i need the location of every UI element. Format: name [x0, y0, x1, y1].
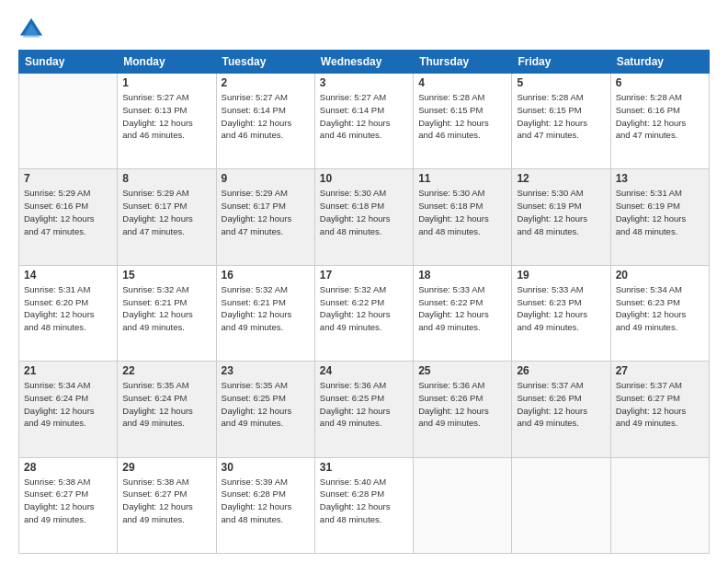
- day-info: Sunrise: 5:32 AM Sunset: 6:21 PM Dayligh…: [222, 283, 310, 334]
- day-cell: 2Sunrise: 5:27 AM Sunset: 6:14 PM Daylig…: [216, 74, 314, 169]
- day-cell: 15Sunrise: 5:32 AM Sunset: 6:21 PM Dayli…: [118, 265, 216, 361]
- day-cell: 31Sunrise: 5:40 AM Sunset: 6:28 PM Dayli…: [314, 457, 413, 553]
- day-number: 23: [222, 364, 310, 377]
- day-info: Sunrise: 5:38 AM Sunset: 6:27 PM Dayligh…: [122, 476, 210, 526]
- day-number: 21: [24, 364, 112, 377]
- week-row-2: 14Sunrise: 5:31 AM Sunset: 6:20 PM Dayli…: [19, 265, 710, 361]
- day-info: Sunrise: 5:38 AM Sunset: 6:27 PM Dayligh…: [24, 476, 112, 526]
- day-cell: 20Sunrise: 5:34 AM Sunset: 6:23 PM Dayli…: [610, 265, 709, 361]
- header-cell-monday: Monday: [118, 51, 216, 74]
- week-row-4: 28Sunrise: 5:38 AM Sunset: 6:27 PM Dayli…: [19, 457, 710, 553]
- day-cell: 10Sunrise: 5:30 AM Sunset: 6:18 PM Dayli…: [314, 169, 413, 265]
- day-cell: [512, 457, 610, 553]
- day-number: 2: [222, 76, 310, 89]
- week-row-1: 7Sunrise: 5:29 AM Sunset: 6:16 PM Daylig…: [19, 169, 710, 265]
- day-cell: 27Sunrise: 5:37 AM Sunset: 6:27 PM Dayli…: [610, 362, 709, 457]
- calendar-table: SundayMondayTuesdayWednesdayThursdayFrid…: [18, 50, 710, 554]
- day-info: Sunrise: 5:33 AM Sunset: 6:23 PM Dayligh…: [517, 283, 605, 334]
- header-row: SundayMondayTuesdayWednesdayThursdayFrid…: [19, 51, 710, 74]
- day-number: 14: [24, 269, 112, 282]
- day-number: 28: [24, 461, 112, 474]
- day-cell: 22Sunrise: 5:35 AM Sunset: 6:24 PM Dayli…: [118, 362, 216, 457]
- day-info: Sunrise: 5:27 AM Sunset: 6:14 PM Dayligh…: [222, 91, 310, 142]
- day-cell: 16Sunrise: 5:32 AM Sunset: 6:21 PM Dayli…: [216, 265, 314, 361]
- day-info: Sunrise: 5:29 AM Sunset: 6:17 PM Dayligh…: [122, 187, 210, 237]
- day-cell: 21Sunrise: 5:34 AM Sunset: 6:24 PM Dayli…: [19, 362, 118, 457]
- day-info: Sunrise: 5:28 AM Sunset: 6:15 PM Dayligh…: [517, 91, 605, 142]
- page: SundayMondayTuesdayWednesdayThursdayFrid…: [0, 0, 728, 563]
- day-cell: 14Sunrise: 5:31 AM Sunset: 6:20 PM Dayli…: [19, 265, 118, 361]
- day-cell: 1Sunrise: 5:27 AM Sunset: 6:13 PM Daylig…: [118, 74, 216, 169]
- logo: [18, 17, 48, 42]
- header-cell-sunday: Sunday: [19, 51, 118, 74]
- day-cell: 18Sunrise: 5:33 AM Sunset: 6:22 PM Dayli…: [414, 265, 512, 361]
- day-number: 31: [320, 461, 408, 474]
- day-cell: 7Sunrise: 5:29 AM Sunset: 6:16 PM Daylig…: [19, 169, 118, 265]
- day-info: Sunrise: 5:36 AM Sunset: 6:26 PM Dayligh…: [418, 379, 506, 430]
- day-number: 30: [222, 461, 310, 474]
- day-number: 9: [222, 172, 310, 185]
- day-info: Sunrise: 5:34 AM Sunset: 6:24 PM Dayligh…: [24, 379, 112, 430]
- day-number: 20: [616, 269, 704, 282]
- header-cell-wednesday: Wednesday: [314, 51, 413, 74]
- day-cell: 5Sunrise: 5:28 AM Sunset: 6:15 PM Daylig…: [512, 74, 610, 169]
- day-cell: [610, 457, 709, 553]
- day-info: Sunrise: 5:39 AM Sunset: 6:28 PM Dayligh…: [222, 476, 310, 526]
- day-number: 18: [418, 269, 506, 282]
- day-cell: 24Sunrise: 5:36 AM Sunset: 6:25 PM Dayli…: [314, 362, 413, 457]
- day-info: Sunrise: 5:27 AM Sunset: 6:14 PM Dayligh…: [320, 91, 408, 142]
- day-number: 16: [222, 269, 310, 282]
- day-cell: [19, 74, 118, 169]
- day-number: 8: [122, 172, 210, 185]
- day-cell: 19Sunrise: 5:33 AM Sunset: 6:23 PM Dayli…: [512, 265, 610, 361]
- day-info: Sunrise: 5:31 AM Sunset: 6:19 PM Dayligh…: [616, 187, 704, 237]
- day-number: 24: [320, 364, 408, 377]
- day-cell: 11Sunrise: 5:30 AM Sunset: 6:18 PM Dayli…: [414, 169, 512, 265]
- day-number: 3: [320, 76, 408, 89]
- day-info: Sunrise: 5:33 AM Sunset: 6:22 PM Dayligh…: [418, 283, 506, 334]
- header-cell-tuesday: Tuesday: [216, 51, 314, 74]
- day-info: Sunrise: 5:29 AM Sunset: 6:16 PM Dayligh…: [24, 187, 112, 237]
- day-cell: 13Sunrise: 5:31 AM Sunset: 6:19 PM Dayli…: [610, 169, 709, 265]
- week-row-0: 1Sunrise: 5:27 AM Sunset: 6:13 PM Daylig…: [19, 74, 710, 169]
- day-cell: 3Sunrise: 5:27 AM Sunset: 6:14 PM Daylig…: [314, 74, 413, 169]
- day-info: Sunrise: 5:35 AM Sunset: 6:24 PM Dayligh…: [122, 379, 210, 430]
- day-info: Sunrise: 5:30 AM Sunset: 6:19 PM Dayligh…: [517, 187, 605, 237]
- day-number: 15: [122, 269, 210, 282]
- day-info: Sunrise: 5:32 AM Sunset: 6:21 PM Dayligh…: [122, 283, 210, 334]
- day-cell: [414, 457, 512, 553]
- day-number: 19: [517, 269, 605, 282]
- day-info: Sunrise: 5:35 AM Sunset: 6:25 PM Dayligh…: [222, 379, 310, 430]
- day-number: 7: [24, 172, 112, 185]
- header-cell-friday: Friday: [512, 51, 610, 74]
- day-info: Sunrise: 5:36 AM Sunset: 6:25 PM Dayligh…: [320, 379, 408, 430]
- day-number: 12: [517, 172, 605, 185]
- day-info: Sunrise: 5:29 AM Sunset: 6:17 PM Dayligh…: [222, 187, 310, 237]
- day-info: Sunrise: 5:37 AM Sunset: 6:27 PM Dayligh…: [616, 379, 704, 430]
- day-number: 6: [616, 76, 704, 89]
- day-cell: 23Sunrise: 5:35 AM Sunset: 6:25 PM Dayli…: [216, 362, 314, 457]
- day-cell: 25Sunrise: 5:36 AM Sunset: 6:26 PM Dayli…: [414, 362, 512, 457]
- day-cell: 4Sunrise: 5:28 AM Sunset: 6:15 PM Daylig…: [414, 74, 512, 169]
- day-cell: 8Sunrise: 5:29 AM Sunset: 6:17 PM Daylig…: [118, 169, 216, 265]
- day-number: 10: [320, 172, 408, 185]
- day-info: Sunrise: 5:30 AM Sunset: 6:18 PM Dayligh…: [418, 187, 506, 237]
- day-number: 1: [122, 76, 210, 89]
- day-cell: 26Sunrise: 5:37 AM Sunset: 6:26 PM Dayli…: [512, 362, 610, 457]
- header-cell-thursday: Thursday: [414, 51, 512, 74]
- day-number: 25: [418, 364, 506, 377]
- day-number: 22: [122, 364, 210, 377]
- day-cell: 12Sunrise: 5:30 AM Sunset: 6:19 PM Dayli…: [512, 169, 610, 265]
- day-cell: 17Sunrise: 5:32 AM Sunset: 6:22 PM Dayli…: [314, 265, 413, 361]
- day-info: Sunrise: 5:34 AM Sunset: 6:23 PM Dayligh…: [616, 283, 704, 334]
- day-number: 13: [616, 172, 704, 185]
- day-info: Sunrise: 5:40 AM Sunset: 6:28 PM Dayligh…: [320, 476, 408, 526]
- day-number: 29: [122, 461, 210, 474]
- day-cell: 6Sunrise: 5:28 AM Sunset: 6:16 PM Daylig…: [610, 74, 709, 169]
- day-info: Sunrise: 5:32 AM Sunset: 6:22 PM Dayligh…: [320, 283, 408, 334]
- week-row-3: 21Sunrise: 5:34 AM Sunset: 6:24 PM Dayli…: [19, 362, 710, 457]
- day-info: Sunrise: 5:31 AM Sunset: 6:20 PM Dayligh…: [24, 283, 112, 334]
- day-number: 17: [320, 269, 408, 282]
- logo-icon: [18, 17, 44, 42]
- day-number: 5: [517, 76, 605, 89]
